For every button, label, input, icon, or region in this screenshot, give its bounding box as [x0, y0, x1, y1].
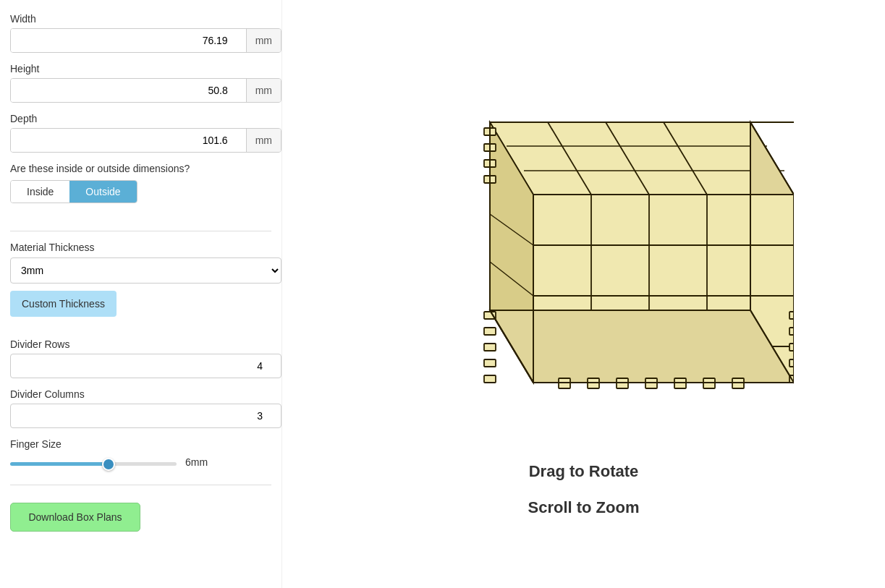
custom-thickness-button[interactable]: Custom Thickness: [10, 291, 117, 317]
depth-input[interactable]: [11, 129, 246, 152]
divider-rows-label: Divider Rows: [10, 338, 271, 350]
height-field-group: Height mm: [10, 63, 271, 103]
svg-marker-21: [490, 310, 794, 383]
svg-rect-26: [484, 375, 496, 383]
divider-rows-input[interactable]: [10, 354, 281, 378]
right-panel: .box-fill { fill: #f0e8b0; stroke: #2a20…: [282, 0, 885, 588]
svg-rect-25: [484, 359, 496, 367]
material-thickness-group: Material Thickness 3mm 6mm 9mm 12mm Cust…: [10, 242, 271, 328]
divider-columns-label: Divider Columns: [10, 388, 271, 400]
depth-input-row: mm: [10, 128, 281, 153]
dimension-question: Are these inside or outside dimensions?: [10, 163, 271, 174]
finger-size-section: Finger Size 6mm: [10, 438, 271, 469]
width-input-row: mm: [10, 28, 281, 53]
inside-button[interactable]: Inside: [11, 181, 69, 203]
outside-button[interactable]: Outside: [69, 181, 136, 203]
depth-unit: mm: [246, 129, 281, 152]
dimension-type-group: Are these inside or outside dimensions? …: [10, 163, 271, 215]
material-select-row: 3mm 6mm 9mm 12mm: [10, 257, 281, 284]
finger-size-value: 6mm: [185, 456, 208, 468]
height-input-row: mm: [10, 78, 281, 103]
finger-size-label: Finger Size: [10, 438, 271, 450]
divider-columns-group: Divider Columns: [10, 388, 271, 428]
slider-wrapper: [10, 456, 177, 469]
material-label: Material Thickness: [10, 242, 271, 253]
download-button[interactable]: Download Box Plans: [10, 503, 140, 532]
height-label: Height: [10, 63, 271, 74]
width-input[interactable]: [11, 29, 246, 52]
finger-size-slider[interactable]: [10, 462, 177, 466]
drag-hint: Drag to Rotate: [529, 462, 639, 481]
dimension-toggle-group: Inside Outside: [10, 180, 137, 203]
depth-field-group: Depth mm: [10, 113, 271, 153]
depth-label: Depth: [10, 113, 271, 124]
height-input[interactable]: [11, 79, 246, 102]
scroll-hint: Scroll to Zoom: [528, 498, 640, 517]
svg-rect-24: [484, 344, 496, 351]
hints-row: Drag to Rotate Scroll to Zoom: [528, 462, 640, 517]
width-label: Width: [10, 13, 271, 25]
material-select[interactable]: 3mm 6mm 9mm 12mm: [10, 257, 281, 284]
width-field-group: Width mm: [10, 13, 271, 53]
width-unit: mm: [246, 29, 281, 52]
svg-rect-23: [484, 328, 496, 335]
box-3d-container[interactable]: .box-fill { fill: #f0e8b0; stroke: #2a20…: [367, 72, 801, 455]
slider-container: 6mm: [10, 456, 271, 469]
height-unit: mm: [246, 79, 281, 102]
divider-2: [10, 485, 271, 485]
divider-1: [10, 231, 271, 231]
divider-rows-group: Divider Rows: [10, 338, 271, 378]
divider-columns-input[interactable]: [10, 404, 281, 428]
left-panel: Width mm Height mm Depth mm Are these in…: [0, 0, 282, 588]
box-3d-svg: .box-fill { fill: #f0e8b0; stroke: #2a20…: [374, 79, 794, 448]
